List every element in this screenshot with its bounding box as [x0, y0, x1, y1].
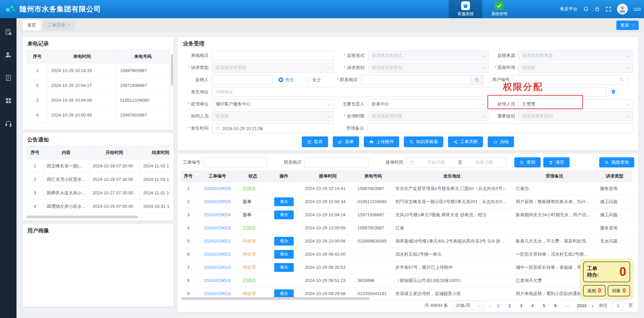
order-no-link[interactable]: 20241029021 [204, 252, 231, 257]
handle-unit-select[interactable]: 城中客户服务中心 [212, 99, 334, 109]
fullscreen-icon[interactable] [606, 6, 611, 12]
call-record-row[interactable]: 1 2024-10-29 10:14:33 15897603987 [27, 63, 169, 78]
search-button[interactable]: 查询 [514, 157, 541, 167]
urge-button[interactable]: 催办 [274, 197, 294, 206]
call-record-row[interactable]: 5 2024-10-29 09:59:50 015899639385 [27, 123, 169, 125]
tab-close-icon[interactable]: × [68, 23, 70, 28]
address-input[interactable]: 详细地址 [212, 87, 606, 97]
goto-page-input[interactable]: 1 [612, 301, 624, 310]
knowledge-search-button[interactable]: 知识库检索 [404, 136, 443, 147]
chevron-down-icon [482, 54, 485, 57]
page-number[interactable]: 4 [530, 303, 535, 308]
finish-button[interactable]: 办结 [488, 136, 514, 147]
upload-attachment-button[interactable]: 上传附件 [364, 136, 399, 147]
call-record-row[interactable]: 3 2024-10-29 10:04:09 018512104060 [27, 93, 169, 108]
user-avatar[interactable] [617, 4, 628, 14]
field-label: 反映形式 [334, 53, 368, 59]
reporter-input[interactable] [212, 75, 272, 85]
map-pin-icon[interactable] [611, 89, 616, 95]
reflect-source-select[interactable]: 请选择反映来源 [518, 51, 633, 61]
search-icon[interactable] [619, 77, 624, 82]
co-worker-select[interactable]: 请选择 [212, 111, 334, 121]
save-draft-button[interactable]: 暂存 [302, 136, 328, 147]
appeal-category-select[interactable]: 请选择诉求类别 [368, 63, 489, 73]
prev-page-arrow[interactable]: ‹ [488, 303, 491, 309]
order-link-button[interactable]: 工单关联 [448, 136, 483, 147]
nav-customer-service[interactable]: 客服系统 [449, 0, 482, 18]
lock-icon[interactable] [594, 6, 600, 12]
order-no-link[interactable]: 20241029020 [204, 265, 231, 270]
field-label: 发生时间 [183, 125, 212, 131]
page-number[interactable]: 3 [519, 303, 523, 308]
tab-work-order[interactable]: 工单受理 × [43, 20, 75, 30]
contact-phone-input[interactable] [361, 75, 471, 85]
page-number[interactable]: 1 [496, 303, 500, 308]
urge-button[interactable]: 催办 [274, 250, 294, 259]
cloud-upload-icon [369, 140, 374, 144]
business-env-select[interactable]: 请选择 [518, 63, 633, 73]
handler-select[interactable]: 王赟赟 [518, 99, 633, 109]
gender-radio-male[interactable]: 先生 [279, 77, 294, 83]
page-number[interactable]: ··· [565, 303, 569, 308]
order-no-link[interactable]: 20241029019 [204, 278, 231, 283]
call-record-row[interactable]: 4 2024-10-29 10:00:49 15897603987 [27, 108, 169, 123]
nav-system-management[interactable]: 系统管理 [482, 0, 516, 18]
horizontal-scrollbar[interactable] [27, 216, 138, 218]
order-no-link[interactable]: 20241029024 [204, 212, 231, 217]
notice-row[interactable]: 2 因汇龙湾小区需水... 2024-10-28 07:30:00 2024-1… [27, 173, 170, 186]
notice-row[interactable]: 4 因璎纳左岸小区水... 2024-10-25 07:00:00 2024-1… [27, 200, 170, 213]
appeal-type-select[interactable]: 请选择诉求类型 [212, 63, 334, 73]
document-icon[interactable] [5, 74, 12, 82]
advanced-search-button[interactable]: 高级查询 [599, 157, 634, 167]
notice-row[interactable]: 1 因文峰名居一期(... 2024-10-28 07:30:00 2024-1… [27, 159, 170, 173]
order-no-link[interactable]: 20241029026 [204, 186, 231, 191]
urge-button[interactable]: 催办 [274, 211, 294, 219]
order-no-link[interactable]: 20241029022 [204, 238, 231, 244]
next-page-arrow[interactable]: › [591, 303, 594, 309]
clear-button[interactable]: 清空 [543, 157, 570, 167]
vertical-scrollbar[interactable] [171, 55, 173, 86]
headset-icon[interactable] [5, 120, 12, 127]
remark-input[interactable] [367, 123, 633, 133]
order-row: 6 20241029021 待处理 催办 2024-10-29 09:43:00… [181, 248, 633, 261]
bell-icon[interactable] [583, 6, 589, 12]
apps-grid-icon[interactable] [5, 97, 12, 104]
call-phone-input[interactable] [212, 51, 334, 61]
date-range-picker[interactable]: 开始日期 至 结束日期 [406, 157, 507, 167]
gender-radio-female[interactable]: 女士 [305, 77, 321, 83]
order-no-link[interactable]: 20241029025 [204, 199, 231, 204]
time-limit-select[interactable]: 请选择处理时限 [368, 111, 489, 121]
page-number[interactable]: 5 [542, 303, 546, 308]
page-number[interactable]: 6 [553, 303, 557, 308]
dispatch-button[interactable]: 派单 [333, 136, 359, 147]
main-leader-select[interactable]: 抄表中心 [368, 99, 489, 109]
call-record-row[interactable]: 2 2024-10-29 10:04:17 15971936687 [27, 78, 169, 93]
page-size-select[interactable]: 20条/页 [453, 301, 484, 310]
importance-select[interactable]: 请选择重要级别 [518, 111, 633, 121]
status-badge: 新单 [243, 212, 252, 217]
notice-row[interactable]: 3 因舜井大道天风小... 2024-10-27 07:30:00 2024-1… [27, 186, 170, 200]
order-no-filter-input[interactable] [203, 157, 267, 167]
cell-no: 2 [181, 195, 195, 208]
todo-widget[interactable]: 工单 待办: 0 延期: 0 回退: 0 [580, 259, 633, 299]
status-badge: 已回访 [243, 186, 256, 191]
user-star-icon[interactable] [5, 51, 12, 59]
occur-time-picker[interactable]: 2024-10-29 10:21:08 [212, 123, 333, 133]
order-no-link[interactable]: 20241029018 [204, 291, 231, 296]
order-manage-icon[interactable] [5, 28, 12, 36]
cell-no: 8 [181, 274, 195, 287]
phone-filter-input[interactable] [304, 157, 369, 167]
urge-button[interactable]: 催办 [274, 263, 294, 272]
reflect-form-select[interactable]: 请选择反映形式 [368, 51, 489, 61]
page-number[interactable]: 2033 [577, 303, 586, 308]
copy-icon[interactable] [471, 75, 483, 85]
urge-button[interactable]: 催办 [274, 237, 294, 246]
cell-accept-time: 2024-10-29 09:51:23 [301, 274, 354, 287]
order-no-link[interactable]: 20241029023 [204, 225, 231, 230]
urge-button[interactable]: 催办 [274, 289, 294, 298]
tab-home[interactable]: 首页 [23, 20, 41, 30]
aftersale-platform-link[interactable]: 售后平台 [560, 6, 577, 12]
page-number[interactable]: 2 [508, 303, 512, 308]
more-button[interactable]: 更多 [616, 21, 639, 30]
horizontal-scrollbar[interactable] [181, 297, 370, 300]
